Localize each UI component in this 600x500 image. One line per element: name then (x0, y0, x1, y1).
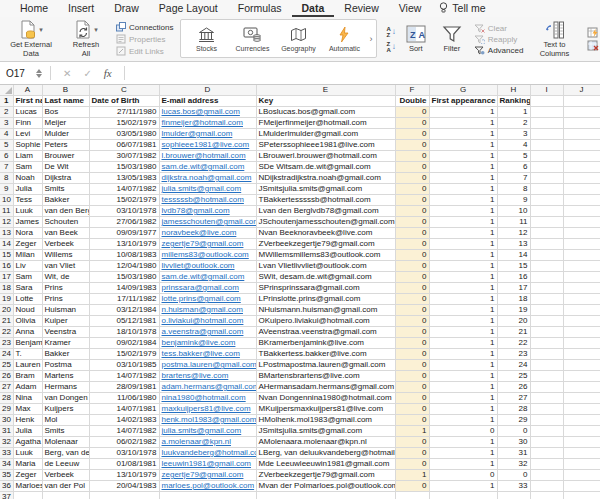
cell-first-appearance[interactable]: 1 (429, 382, 497, 393)
row-header-13[interactable]: 13 (0, 228, 13, 239)
sort-az-button[interactable]: AZ↓ (386, 26, 395, 38)
cell-date-of-birth[interactable]: 14/07/1982 (89, 371, 159, 382)
cell-key[interactable]: BMartensbrartens@live.com (256, 371, 395, 382)
cell-ranking[interactable]: 13 (497, 239, 530, 250)
email-link[interactable]: tesssssb@hotmail.com (162, 195, 244, 204)
cell-empty[interactable] (530, 448, 563, 459)
email-link[interactable]: lotte.prins@gmail.com (162, 294, 241, 303)
cell-last-name[interactable]: Mol (42, 415, 89, 426)
cell-key[interactable]: SPrinsprinssara@gmail.com (256, 283, 395, 294)
cell-empty[interactable] (530, 371, 563, 382)
tab-draw[interactable]: Draw (104, 0, 149, 17)
cell-double[interactable]: 0 (395, 162, 429, 173)
cell-empty[interactable] (563, 393, 600, 404)
cell-date-of-birth[interactable]: 15/02/1979 (89, 195, 159, 206)
cell-first-name[interactable]: Finn (13, 118, 42, 129)
tell-me[interactable]: Tell me (431, 0, 493, 17)
cell-email[interactable]: brartens@live.com (159, 371, 256, 382)
cell-email[interactable]: luukvandeberg@hotmail.com (159, 448, 256, 459)
cell-empty[interactable] (530, 349, 563, 360)
cell-empty[interactable] (530, 404, 563, 415)
cell-ranking[interactable]: 23 (497, 349, 530, 360)
cell-empty[interactable] (563, 481, 600, 492)
row-header-31[interactable]: 31 (0, 426, 13, 437)
cell-ranking[interactable]: 1 (497, 107, 530, 118)
cell-key[interactable]: LPostmapostma.lauren@gmail.com (256, 360, 395, 371)
tab-page-layout[interactable]: Page Layout (149, 0, 228, 17)
cell-ranking[interactable]: 7 (497, 173, 530, 184)
cell-email[interactable]: nina1980@hotmail.com (159, 393, 256, 404)
cell-email[interactable]: maxkuijpers81@live.com (159, 404, 256, 415)
cell-empty[interactable] (563, 382, 600, 393)
cell-date-of-birth[interactable]: 06/07/1981 (89, 140, 159, 151)
cell-key[interactable]: LPrinslotte.prins@gmail.com (256, 294, 395, 305)
cell-empty[interactable] (563, 371, 600, 382)
email-link[interactable]: henk.mol1983@gmail.com (162, 415, 257, 424)
cell-double[interactable]: 0 (395, 118, 429, 129)
email-link[interactable]: marloes.pol@outlook.com (162, 481, 255, 490)
column-header-E[interactable]: E (256, 85, 395, 96)
row-header-29[interactable]: 29 (0, 404, 13, 415)
cell-empty[interactable] (530, 96, 563, 107)
geography-button[interactable]: Geography (275, 26, 321, 52)
cell-first-appearance[interactable]: 1 (429, 118, 497, 129)
cell-date-of-birth[interactable]: 27/06/1982 (89, 217, 159, 228)
cell-empty[interactable] (530, 162, 563, 173)
cell-empty[interactable] (13, 492, 42, 500)
cell-first-appearance[interactable]: 1 (429, 327, 497, 338)
cell-email[interactable]: benjamink@live.com (159, 338, 256, 349)
cell-empty[interactable] (563, 250, 600, 261)
cell-key[interactable]: SWit, desam.de.wit@gmail.com (256, 272, 395, 283)
cell-first-name[interactable]: Marloes (13, 481, 42, 492)
cell-email[interactable]: zegertje79@gmail.com (159, 470, 256, 481)
cell-date-of-birth[interactable]: 13/10/1979 (89, 470, 159, 481)
email-link[interactable]: livvliet@outlook.com (162, 261, 235, 270)
cell-last-name[interactable]: van Beek (42, 228, 89, 239)
cell-email[interactable]: livvliet@outlook.com (159, 261, 256, 272)
cell-date-of-birth[interactable]: 03/05/1980 (89, 129, 159, 140)
cell-ranking[interactable]: 11 (497, 217, 530, 228)
cell-last-name[interactable]: De Wit (42, 162, 89, 173)
cell-double[interactable]: 0 (395, 239, 429, 250)
row-header-12[interactable]: 12 (0, 217, 13, 228)
cell-first-name[interactable]: Lucas (13, 107, 42, 118)
cell-empty[interactable] (429, 492, 497, 500)
cell-empty[interactable] (563, 217, 600, 228)
cell-last-name[interactable]: Smits (42, 426, 89, 437)
cell-date-of-birth[interactable]: 17/11/1982 (89, 294, 159, 305)
cell-first-appearance[interactable]: 1 (429, 228, 497, 239)
cell-empty[interactable] (530, 261, 563, 272)
cell-key[interactable]: ZVerbeekzegertje79@gmail.com (256, 239, 395, 250)
cell-email[interactable]: jamesschouten@gmail.com (159, 217, 256, 228)
cell-last-name[interactable]: Verbeek (42, 470, 89, 481)
cell-empty[interactable] (530, 459, 563, 470)
cell-date-of-birth[interactable]: 10/08/1983 (89, 250, 159, 261)
cell-key[interactable]: HMolhenk.mol1983@gmail.com (256, 415, 395, 426)
cell-double[interactable]: 0 (395, 404, 429, 415)
cell-ranking[interactable]: 27 (497, 393, 530, 404)
cell-email[interactable]: noravbeek@live.com (159, 228, 256, 239)
cell-empty[interactable] (530, 283, 563, 294)
row-header-22[interactable]: 22 (0, 327, 13, 338)
filter-button[interactable]: Filter (434, 23, 470, 55)
cell-last-name[interactable]: Schouten (42, 217, 89, 228)
cancel-icon[interactable]: ✕ (63, 68, 71, 79)
email-link[interactable]: noravbeek@live.com (162, 228, 237, 237)
cell-last-name[interactable]: Smits (42, 184, 89, 195)
cell-ranking[interactable]: 0 (497, 426, 530, 437)
cell-email[interactable]: adam.hermans@gmail.com (159, 382, 256, 393)
cell-date-of-birth[interactable]: 11/06/1980 (89, 393, 159, 404)
text-to-columns-button[interactable]: Text to Columns (531, 19, 577, 59)
row-header-30[interactable]: 30 (0, 415, 13, 426)
cell-first-name[interactable]: Zeger (13, 470, 42, 481)
cell-key[interactable]: FMeijerfinmeijer@hotmail.com (256, 118, 395, 129)
header-cell-date-of-birth[interactable]: Date of Birth (89, 96, 159, 107)
row-header-14[interactable]: 14 (0, 239, 13, 250)
cell-double[interactable]: 0 (395, 349, 429, 360)
gallery-more-icon[interactable]: › (367, 34, 374, 44)
cell-first-appearance[interactable]: 0 (429, 470, 497, 481)
cell-empty[interactable] (563, 140, 600, 151)
cell-empty[interactable] (563, 184, 600, 195)
cell-ranking[interactable]: 22 (497, 338, 530, 349)
header-cell-ranking[interactable]: Ranking (497, 96, 530, 107)
